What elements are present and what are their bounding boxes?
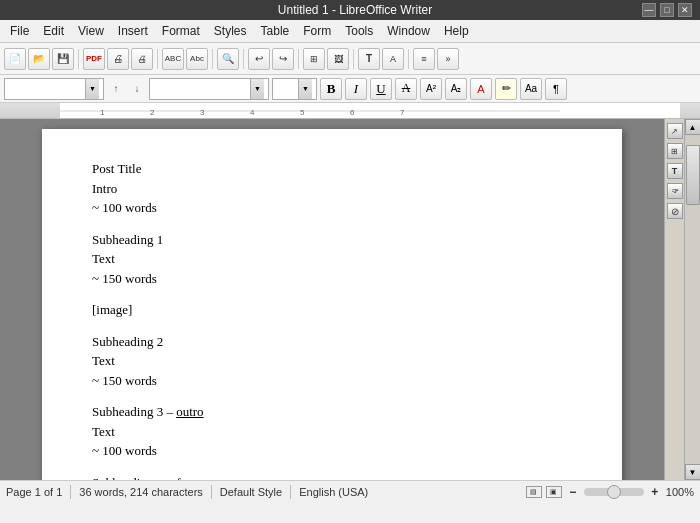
table-button[interactable]: ⊞ (303, 48, 325, 70)
line-text1: Text (92, 249, 572, 269)
image-button[interactable]: 🖼 (327, 48, 349, 70)
undo-button[interactable]: ↩ (248, 48, 270, 70)
menu-form[interactable]: Form (297, 22, 337, 40)
scroll-thumb[interactable] (686, 145, 700, 205)
style-icon2[interactable]: ↓ (128, 78, 146, 100)
menu-insert[interactable]: Insert (112, 22, 154, 40)
font-combo[interactable]: Liberation S ▼ (149, 78, 269, 100)
svg-text:1: 1 (100, 108, 105, 117)
sidebar-icon-5[interactable]: ⊘ (667, 203, 683, 219)
spell-button[interactable]: ABC (162, 48, 184, 70)
find-button[interactable]: 🔍 (217, 48, 239, 70)
font-input[interactable]: Liberation S (150, 83, 250, 95)
vertical-scrollbar[interactable]: ▲ ▼ (684, 119, 700, 480)
menu-view[interactable]: View (72, 22, 110, 40)
save-button[interactable]: 💾 (52, 48, 74, 70)
highlight-button[interactable]: ✏ (495, 78, 517, 100)
menubar: File Edit View Insert Format Styles Tabl… (0, 20, 700, 43)
line-100words: ~ 100 words (92, 198, 572, 218)
preview-button[interactable]: 🖨 (131, 48, 153, 70)
size-combo[interactable]: 12 ▼ (272, 78, 317, 100)
font-dropdown-arrow[interactable]: ▼ (250, 79, 264, 99)
outro-underline: outro (176, 404, 203, 419)
svg-text:4: 4 (250, 108, 255, 117)
line-subheading-references: Subheading – references (92, 473, 572, 481)
sidebar-icon-2[interactable]: ⊞ (667, 143, 683, 159)
extra-button[interactable]: » (437, 48, 459, 70)
main-area: Post Title Intro ~ 100 words Subheading … (0, 119, 700, 480)
redo-button[interactable]: ↪ (272, 48, 294, 70)
ruler-ticks: 1 2 3 4 5 6 7 (60, 103, 680, 118)
close-button[interactable]: ✕ (678, 3, 692, 17)
italic-button[interactable]: I (345, 78, 367, 100)
maximize-button[interactable]: □ (660, 3, 674, 17)
menu-help[interactable]: Help (438, 22, 475, 40)
line-150words-2: ~ 150 words (92, 371, 572, 391)
menu-file[interactable]: File (4, 22, 35, 40)
open-button[interactable]: 📂 (28, 48, 50, 70)
fontcolor-fmt-button[interactable]: A (470, 78, 492, 100)
statusbar-right: ▤ ▣ − + 100% (526, 485, 694, 499)
superscript-button[interactable]: A² (420, 78, 442, 100)
section-subheading3: Subheading 3 – outro Text ~ 100 words (92, 402, 572, 461)
line-text3: Text (92, 422, 572, 442)
sidebar-icon-4[interactable]: 🖙 (667, 183, 683, 199)
print-button[interactable]: 🖨 (107, 48, 129, 70)
zoom-slider[interactable] (584, 488, 644, 496)
menu-table[interactable]: Table (255, 22, 296, 40)
style-input[interactable]: Default Styl (5, 83, 85, 95)
style-icon1[interactable]: ↑ (107, 78, 125, 100)
section-image: [image] (92, 300, 572, 320)
menu-window[interactable]: Window (381, 22, 436, 40)
sidebar-icon-1[interactable]: ↗ (667, 123, 683, 139)
section-subheading2: Subheading 2 Text ~ 150 words (92, 332, 572, 391)
statusbar: Page 1 of 1 36 words, 214 characters Def… (0, 480, 700, 502)
scroll-track[interactable] (685, 135, 701, 464)
fontcolor-button[interactable]: A (382, 48, 404, 70)
section-post-title: Post Title Intro ~ 100 words (92, 159, 572, 218)
zoom-out-button[interactable]: − (566, 485, 580, 499)
autocorrect-button[interactable]: Abc (186, 48, 208, 70)
charformat-button[interactable]: Aa (520, 78, 542, 100)
line-150words-1: ~ 150 words (92, 269, 572, 289)
size-input[interactable]: 12 (273, 83, 298, 95)
list-button[interactable]: ≡ (413, 48, 435, 70)
svg-text:2: 2 (150, 108, 155, 117)
window-controls[interactable]: — □ ✕ (642, 3, 692, 17)
bold-button[interactable]: B (320, 78, 342, 100)
main-toolbar: 📄 📂 💾 PDF 🖨 🖨 ABC Abc 🔍 ↩ ↪ ⊞ 🖼 T A ≡ » (0, 43, 700, 75)
underline-button[interactable]: U (370, 78, 392, 100)
zoom-thumb (607, 485, 621, 499)
subscript-button[interactable]: A₂ (445, 78, 467, 100)
size-dropdown-arrow[interactable]: ▼ (298, 79, 312, 99)
pdf-button[interactable]: PDF (83, 48, 105, 70)
menu-tools[interactable]: Tools (339, 22, 379, 40)
new-button[interactable]: 📄 (4, 48, 26, 70)
paragraph-button[interactable]: ¶ (545, 78, 567, 100)
scroll-down-button[interactable]: ▼ (685, 464, 701, 480)
style-dropdown-arrow[interactable]: ▼ (85, 79, 99, 99)
sep4 (243, 49, 244, 69)
language: English (USA) (299, 486, 368, 498)
menu-edit[interactable]: Edit (37, 22, 70, 40)
document-page[interactable]: Post Title Intro ~ 100 words Subheading … (42, 129, 622, 480)
document-area[interactable]: Post Title Intro ~ 100 words Subheading … (0, 119, 664, 480)
layout-icon2[interactable]: ▣ (546, 486, 562, 498)
layout-icon1[interactable]: ▤ (526, 486, 542, 498)
style-combo[interactable]: Default Styl ▼ (4, 78, 104, 100)
svg-text:7: 7 (400, 108, 405, 117)
zoom-in-button[interactable]: + (648, 485, 662, 499)
textbox-button[interactable]: T (358, 48, 380, 70)
sep3 (212, 49, 213, 69)
ruler: 1 2 3 4 5 6 7 (0, 103, 700, 119)
minimize-button[interactable]: — (642, 3, 656, 17)
menu-format[interactable]: Format (156, 22, 206, 40)
sep7 (408, 49, 409, 69)
scroll-up-button[interactable]: ▲ (685, 119, 701, 135)
sep5 (298, 49, 299, 69)
menu-styles[interactable]: Styles (208, 22, 253, 40)
sidebar-icon-3[interactable]: T (667, 163, 683, 179)
line-subheading1: Subheading 1 (92, 230, 572, 250)
section-references: Subheading – references This article inc… (92, 473, 572, 481)
strikethrough-button[interactable]: A (395, 78, 417, 100)
